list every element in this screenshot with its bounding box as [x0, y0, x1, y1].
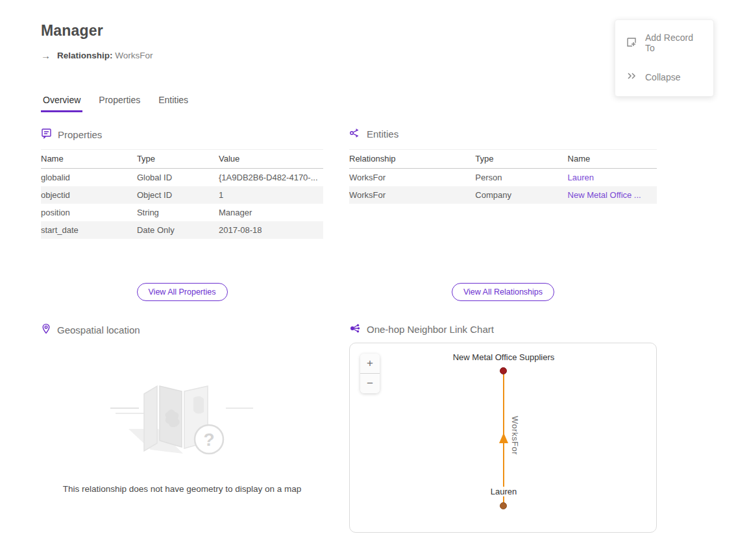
column-header: Type — [137, 150, 219, 169]
tab-entities[interactable]: Entities — [158, 93, 188, 112]
collapse-icon — [626, 70, 637, 84]
map-pin-icon — [41, 323, 51, 337]
table-row: start_date Date Only 2017-08-18 — [41, 221, 323, 239]
tab-bar: Overview Properties Entities — [43, 93, 188, 112]
column-header: Value — [219, 150, 323, 169]
record-detail-page: Add Record To Collapse Manager → Relatio… — [0, 0, 736, 560]
view-all-relationships-button[interactable]: View All Relationships — [452, 283, 554, 301]
column-header: Type — [475, 150, 567, 169]
menu-item-label: Add Record To — [645, 32, 703, 53]
geometry-empty-message: This relationship does not have geometry… — [41, 484, 323, 494]
node-label-company: New Metal Office Suppliers — [451, 352, 557, 362]
table-row: objectid Object ID 1 — [41, 186, 323, 204]
add-record-icon — [626, 36, 637, 50]
left-column: Properties Name Type Value globalid Glob… — [41, 123, 323, 552]
edge-direction-arrow — [499, 433, 508, 443]
entities-icon — [349, 128, 361, 140]
link-chart-icon — [349, 323, 361, 335]
entities-section-title: Entities — [367, 128, 399, 140]
right-column: Entities Relationship Type Name WorksFor… — [349, 123, 657, 552]
edge-label: WorksFor — [510, 416, 520, 455]
properties-icon — [41, 128, 52, 141]
person-node[interactable] — [500, 502, 507, 509]
table-header-row: Name Type Value — [41, 150, 323, 169]
table-row: WorksFor Company New Metal Office ... — [349, 186, 657, 204]
view-all-properties-button[interactable]: View All Properties — [137, 283, 228, 301]
entity-link-lauren[interactable]: Lauren — [568, 173, 594, 182]
table-row: WorksFor Person Lauren — [349, 169, 657, 187]
relationship-arrow-icon: → — [41, 50, 51, 61]
view-all-relationships-row: View All Relationships — [349, 283, 657, 301]
menu-item-label: Collapse — [645, 72, 680, 82]
record-type-label: Relationship: — [57, 51, 113, 60]
link-chart-section-title: One-hop Neighbor Link Chart — [367, 324, 494, 335]
tab-properties[interactable]: Properties — [99, 93, 140, 112]
table-row: globalid Global ID {1A9DB2B6-D482-4170-.… — [41, 169, 323, 187]
column-header: Relationship — [349, 150, 475, 169]
entities-section-header: Entities — [349, 128, 399, 140]
column-header: Name — [41, 150, 137, 169]
map-placeholder-illustration: ? — [110, 367, 253, 467]
geospatial-section-header: Geospatial location — [41, 323, 140, 337]
page-title: Manager — [41, 22, 103, 40]
column-header: Name — [568, 150, 657, 169]
company-node[interactable] — [500, 367, 507, 374]
svg-text:?: ? — [203, 430, 214, 450]
context-menu: Add Record To Collapse — [615, 19, 714, 97]
one-hop-graph: WorksFor New Metal Office Suppliers Laur… — [350, 343, 656, 532]
node-label-person: Lauren — [489, 487, 519, 496]
record-type-subtitle: → Relationship: WorksFor — [41, 50, 153, 61]
properties-table: Name Type Value globalid Global ID {1A9D… — [41, 149, 323, 239]
link-chart-section-header: One-hop Neighbor Link Chart — [349, 323, 494, 335]
link-chart-canvas[interactable]: + − WorksFor New Metal Office Suppliers … — [349, 343, 657, 533]
properties-section-header: Properties — [41, 128, 102, 141]
table-header-row: Relationship Type Name — [349, 150, 657, 169]
geospatial-section-title: Geospatial location — [57, 324, 140, 335]
table-row: position String Manager — [41, 204, 323, 221]
entities-table: Relationship Type Name WorksFor Person L… — [349, 149, 657, 204]
tab-overview[interactable]: Overview — [43, 93, 80, 112]
menu-item-collapse[interactable]: Collapse — [615, 62, 713, 92]
properties-section-title: Properties — [58, 129, 102, 140]
record-type-value: WorksFor — [115, 51, 153, 60]
entity-link-new-metal-office[interactable]: New Metal Office ... — [568, 190, 641, 200]
menu-item-add-record-to[interactable]: Add Record To — [615, 24, 713, 62]
view-all-properties-row: View All Properties — [41, 283, 323, 301]
